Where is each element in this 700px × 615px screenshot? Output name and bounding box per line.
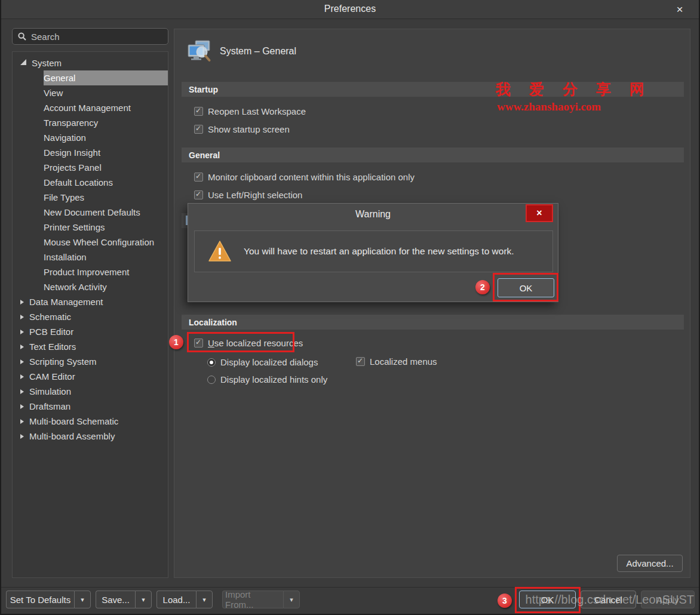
tree-item-printer-settings[interactable]: Printer Settings (13, 220, 168, 235)
tree-item-schematic[interactable]: Schematic (13, 309, 168, 324)
tree-item-scripting-system[interactable]: Scripting System (13, 354, 168, 369)
dialog-message-box: You will have to restart an application … (194, 230, 553, 272)
tree-item-system[interactable]: System (13, 56, 168, 70)
tree-collapsed-icon (20, 389, 24, 394)
tree-item-projects-panel[interactable]: Projects Panel (13, 160, 168, 175)
tree-collapsed-icon (20, 434, 24, 439)
annotation-step-2: 2 (475, 280, 490, 294)
checkbox-icon (194, 173, 203, 182)
radio-icon (207, 376, 216, 384)
window-close-icon[interactable]: × (673, 2, 687, 17)
tree-item-navigation[interactable]: Navigation (13, 130, 168, 145)
chevron-down-icon[interactable]: ▾ (135, 591, 152, 608)
tree-collapsed-icon (20, 330, 24, 334)
checkbox-icon (194, 125, 203, 134)
system-general-icon (188, 40, 211, 62)
checkbox-icon (356, 357, 365, 366)
preferences-tree: System General View Account Management T… (12, 51, 168, 578)
tree-collapsed-icon (20, 374, 24, 379)
cancel-button[interactable]: Cancel (581, 591, 636, 608)
tree-collapsed-icon (20, 300, 24, 305)
dialog-title: Warning (188, 209, 558, 220)
tree-item-network-activity[interactable]: Network Activity (13, 279, 168, 294)
tree-item-file-types[interactable]: File Types (13, 190, 168, 205)
chevron-down-icon[interactable]: ▾ (283, 591, 300, 608)
tree-collapsed-icon (20, 315, 24, 319)
checkbox-show-startup-screen[interactable]: Show startup screen (194, 124, 290, 134)
page-title: System – General (220, 46, 296, 57)
tree-item-default-locations[interactable]: Default Locations (13, 175, 168, 190)
tree-item-simulation[interactable]: Simulation (13, 384, 168, 399)
radio-icon (207, 358, 216, 367)
warning-dialog: Warning × You will have to restart an ap… (188, 203, 558, 302)
annotation-step-1: 1 (169, 335, 183, 349)
tree-item-draftsman[interactable]: Draftsman (13, 399, 168, 414)
warning-triangle-icon (208, 240, 232, 263)
checkbox-icon (194, 339, 203, 348)
checkbox-reopen-last-workspace[interactable]: Reopen Last Workspace (194, 106, 306, 116)
tree-item-new-document-defaults[interactable]: New Document Defaults (13, 205, 168, 220)
apply-button[interactable]: Apply (641, 591, 695, 608)
dialog-message: You will have to restart an application … (244, 246, 514, 257)
search-icon (18, 32, 26, 41)
tree-collapsed-icon (20, 404, 24, 409)
tree-item-cam-editor[interactable]: CAM Editor (13, 369, 168, 384)
tree-collapsed-icon (20, 359, 24, 364)
chevron-down-icon[interactable]: ▾ (74, 591, 91, 608)
chevron-down-icon[interactable]: ▾ (196, 591, 213, 608)
checkbox-icon (194, 107, 203, 116)
section-header-localization: Localization (182, 315, 684, 330)
import-from-button[interactable]: Import From... ▾ (222, 591, 300, 608)
main-panel: System – General Startup Reopen Last Wor… (174, 29, 690, 578)
watermark-site-name: 我 爱 分 享 网 (496, 79, 652, 99)
ok-button[interactable]: OK (519, 591, 576, 608)
checkbox-icon (194, 190, 203, 199)
tree-item-text-editors[interactable]: Text Editors (13, 339, 168, 354)
footer-bar: Set To Defaults ▾ Save... ▾ Load... ▾ Im… (1, 587, 699, 614)
tree-item-pcb-editor[interactable]: PCB Editor (13, 324, 168, 339)
checkbox-localized-menus[interactable]: Localized menus (356, 356, 437, 367)
tree-item-general[interactable]: General (44, 70, 168, 85)
tree-item-installation[interactable]: Installation (13, 250, 168, 265)
close-icon: × (536, 208, 542, 219)
tree-item-transparency[interactable]: Transparency (13, 115, 168, 130)
save-button[interactable]: Save... ▾ (96, 591, 152, 608)
preferences-window: Preferences × System General View Accoun… (0, 0, 700, 615)
advanced-button[interactable]: Advanced... (617, 555, 683, 572)
tree-item-data-management[interactable]: Data Management (13, 294, 168, 309)
checkbox-monitor-clipboard[interactable]: Monitor clipboard content within this ap… (194, 172, 415, 182)
search-box[interactable] (12, 28, 168, 45)
load-button[interactable]: Load... ▾ (156, 591, 213, 608)
dialog-close-button[interactable]: × (526, 204, 553, 222)
checkbox-use-left-right-selection[interactable]: Use Left/Right selection (194, 190, 302, 200)
window-title: Preferences (1, 4, 699, 14)
tree-item-multi-board-assembly[interactable]: Multi-board Assembly (13, 429, 168, 444)
set-to-defaults-button[interactable]: Set To Defaults ▾ (6, 591, 91, 608)
annotation-step-3: 3 (498, 594, 512, 608)
tree-item-design-insight[interactable]: Design Insight (13, 145, 168, 160)
dialog-ok-button[interactable]: OK (498, 278, 554, 297)
watermark-site-url: www.zhanshaoyi.com (497, 100, 601, 113)
tree-item-account-management[interactable]: Account Management (13, 100, 168, 115)
tree-collapsed-icon (20, 345, 24, 349)
radio-display-localized-hints-only[interactable]: Display localized hints only (207, 374, 327, 385)
tree-expanded-icon (20, 59, 26, 65)
title-bar: Preferences × (1, 0, 699, 19)
search-input[interactable] (31, 32, 156, 42)
tree-collapsed-icon (20, 419, 24, 424)
tree-item-mouse-wheel-configuration[interactable]: Mouse Wheel Configuration (13, 235, 168, 250)
tree-item-product-improvement[interactable]: Product Improvement (13, 265, 168, 279)
radio-display-localized-dialogs[interactable]: Display localized dialogs (207, 357, 318, 367)
tree-item-multi-board-schematic[interactable]: Multi-board Schematic (13, 414, 168, 429)
tree-item-view[interactable]: View (13, 85, 168, 100)
checkbox-use-localized-resources[interactable]: Use localized resources (194, 338, 303, 348)
section-header-general: General (182, 147, 684, 162)
